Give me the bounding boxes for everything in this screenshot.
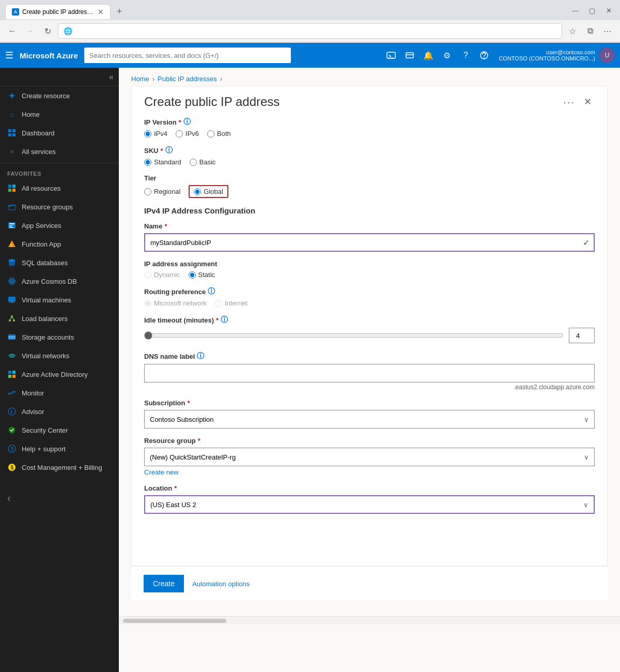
svg-rect-38 [8,371,11,374]
directory-icon[interactable] [401,47,418,64]
lb-icon [7,314,17,323]
sidebar-item-cost-management[interactable]: $ Cost Management + Billing [0,458,119,477]
global-search-input[interactable] [84,48,291,63]
routing-group: Routing preference ⓘ Microsoft network I… [144,287,595,307]
automation-options-button[interactable]: Automation options [192,580,250,588]
refresh-button[interactable]: ↻ [40,24,55,38]
browser-tab[interactable]: A Create public IP address - Micro... ✕ [5,4,111,19]
help-icon[interactable]: ? [457,47,474,64]
dns-suffix: .eastus2.cloudapp.azure.com [144,384,595,391]
minimize-button[interactable]: — [569,5,582,17]
sidebar-item-resource-groups[interactable]: Resource groups [0,197,119,216]
sidebar-item-virtual-machines[interactable]: Virtual machines [0,291,119,309]
user-email: user@contoso.com [499,49,595,55]
feedback-icon[interactable] [476,47,492,64]
idle-timeout-info-icon[interactable]: ⓘ [221,315,228,325]
sidebar-bottom-arrow[interactable]: ‹ [0,487,119,509]
idle-timeout-slider[interactable] [144,331,564,340]
create-new-link[interactable]: Create new [144,468,178,476]
sku-radio-group: Standard Basic [144,158,595,166]
sku-info-icon[interactable]: ⓘ [165,146,173,155]
routing-info-icon[interactable]: ⓘ [208,287,215,296]
svg-rect-18 [9,227,13,228]
cloud-shell-icon[interactable] [383,47,399,64]
subscription-dropdown-arrow: ∨ [584,416,589,423]
url-input[interactable]: https://portal.azure.com [75,27,556,35]
breadcrumb-home[interactable]: Home [131,75,149,83]
help-support-icon: ? [7,444,17,453]
close-window-button[interactable]: ✕ [602,5,615,17]
basic-sku-option[interactable]: Basic [190,158,216,166]
settings-icon[interactable]: ⚙ [439,47,455,64]
sidebar-item-dashboard[interactable]: Dashboard [0,124,119,142]
ipv4-option[interactable]: IPv4 [144,130,167,138]
maximize-button[interactable]: ▢ [586,5,598,17]
sidebar-item-monitor[interactable]: Monitor [0,384,119,402]
location-group: Location * (US) East US 2 ∨ [144,484,595,514]
panel-dots-button[interactable]: ··· [563,96,575,108]
resource-groups-icon [7,202,17,211]
sidebar-item-advisor[interactable]: i Advisor [0,402,119,421]
back-button[interactable]: ← [5,24,20,38]
ip-version-info-icon[interactable]: ⓘ [183,117,191,127]
svg-rect-8 [8,133,11,136]
sidebar-item-app-services[interactable]: App Services [0,216,119,235]
svg-text:i: i [11,409,12,415]
sidebar-item-sql-databases[interactable]: SQL databases [0,253,119,272]
favorites-label: FAVORITES [0,165,119,179]
horizontal-scrollbar[interactable] [123,619,226,623]
forward-button[interactable]: → [23,24,37,38]
new-tab-button[interactable]: + [111,3,129,20]
ipv6-option[interactable]: IPv6 [176,130,199,138]
tier-radio-group: Regional Global [144,185,595,198]
svg-rect-10 [8,185,11,188]
user-profile[interactable]: user@contoso.com CONTOSO (CONTOSO.ONMICR… [499,48,615,63]
dns-label: DNS name label [144,353,195,360]
svg-rect-40 [8,375,11,378]
sidebar-item-create-resource[interactable]: ✚ Create resource [0,86,119,105]
sidebar-item-all-services[interactable]: ≡ All services [0,142,119,161]
dynamic-option[interactable]: Dynamic [144,271,180,279]
sidebar-item-storage-accounts[interactable]: Storage accounts [0,328,119,346]
sidebar-item-cosmos-db[interactable]: Azure Cosmos DB [0,272,119,291]
tab-close-button[interactable]: ✕ [98,8,104,16]
dns-input[interactable] [144,364,595,383]
address-bar[interactable]: 🌐 https://portal.azure.com [58,23,562,39]
sidebar-item-function-app[interactable]: f Function App [0,235,119,253]
subscription-dropdown[interactable]: Contoso Subscription ∨ [144,410,595,429]
create-button[interactable]: Create [144,575,184,592]
internet-option[interactable]: Internet [215,299,247,307]
tier-group: Tier Regional Global [144,174,595,198]
microsoft-network-option[interactable]: Microsoft network [144,299,207,307]
sidebar-item-all-resources[interactable]: All resources [0,179,119,197]
dns-info-icon[interactable]: ⓘ [197,352,204,361]
breadcrumb-public-ip[interactable]: Public IP addresses [158,75,217,83]
notifications-icon[interactable]: 🔔 [420,47,437,64]
aad-icon [7,370,17,379]
collections-icon[interactable]: ⧉ [583,24,597,38]
sidebar-collapse-button[interactable]: « [0,68,119,86]
hamburger-icon[interactable]: ☰ [5,50,13,61]
name-input[interactable] [144,233,595,252]
panel-close-button[interactable]: ✕ [580,95,595,109]
resource-group-dropdown[interactable]: (New) QuickStartCreateIP-rg ∨ [144,448,595,466]
global-tier-option[interactable]: Global [189,185,228,198]
idle-timeout-input[interactable]: 4 [569,328,595,343]
regional-tier-option[interactable]: Regional [144,188,180,195]
location-dropdown[interactable]: (US) East US 2 ∨ [144,495,595,514]
sidebar-item-virtual-networks[interactable]: Virtual networks [0,346,119,365]
svg-rect-29 [9,302,14,303]
vm-icon [7,295,17,304]
main-content: Home › Public IP addresses › Create publ… [119,68,620,672]
sidebar-item-home[interactable]: ⌂ Home [0,105,119,124]
favorites-icon[interactable]: ☆ [565,24,580,38]
standard-sku-option[interactable]: Standard [144,158,181,166]
sidebar-item-aad[interactable]: Azure Active Directory [0,365,119,384]
sidebar-item-help-support[interactable]: ? Help + support [0,439,119,458]
sidebar-item-security-center[interactable]: Security Center [0,421,119,439]
browser-menu-icon[interactable]: ⋯ [600,24,615,38]
static-option[interactable]: Static [189,271,215,279]
both-option[interactable]: Both [207,130,231,138]
subscription-value: Contoso Subscription [150,416,214,423]
sidebar-item-load-balancers[interactable]: Load balancers [0,309,119,328]
